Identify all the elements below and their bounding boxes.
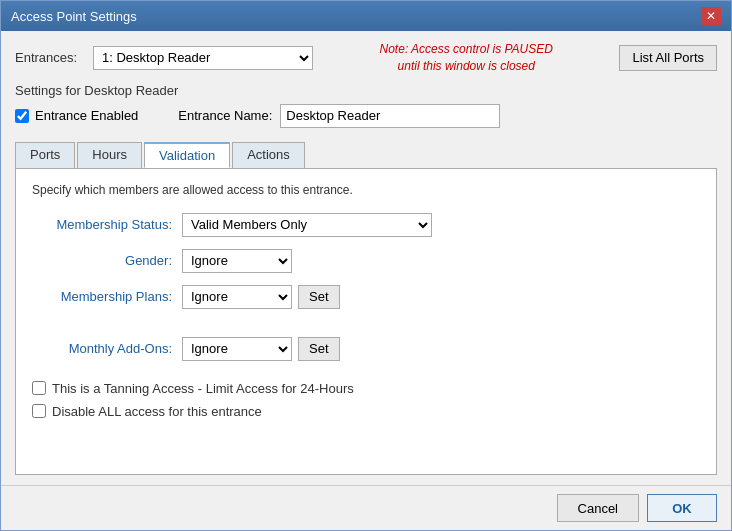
membership-plans-row: Membership Plans: Ignore Set (32, 285, 700, 309)
monthly-addons-label: Monthly Add-Ons: (32, 341, 172, 356)
list-all-ports-button[interactable]: List All Ports (619, 45, 717, 71)
gender-row: Gender: Ignore (32, 249, 700, 273)
entrance-enabled-label: Entrance Enabled (35, 108, 138, 123)
main-content: Entrances: 1: Desktop Reader Note: Acces… (1, 31, 731, 485)
note-line1: Note: Access control is PAUSED (380, 42, 553, 56)
tab-validation[interactable]: Validation (144, 142, 230, 168)
validation-form: Membership Status: Valid Members Only Ge… (32, 213, 700, 361)
tab-actions[interactable]: Actions (232, 142, 305, 168)
membership-status-select[interactable]: Valid Members Only (182, 213, 432, 237)
cancel-button[interactable]: Cancel (557, 494, 639, 522)
entrance-name-input[interactable] (280, 104, 500, 128)
ok-button[interactable]: OK (647, 494, 717, 522)
main-window: Access Point Settings ✕ Entrances: 1: De… (0, 0, 732, 531)
disable-access-checkbox[interactable] (32, 404, 46, 418)
gender-select[interactable]: Ignore (182, 249, 292, 273)
close-button[interactable]: ✕ (701, 7, 721, 25)
disable-label: Disable ALL access for this entrance (52, 404, 262, 419)
tanning-access-checkbox[interactable] (32, 381, 46, 395)
note-line2: until this window is closed (398, 59, 535, 73)
tabs-bar: Ports Hours Validation Actions (15, 142, 717, 168)
membership-status-label: Membership Status: (32, 217, 172, 232)
disable-access-checkbox-row: Disable ALL access for this entrance (32, 404, 700, 419)
entrance-enabled-checkbox-row: Entrance Enabled (15, 108, 138, 123)
tanning-checkbox-row: This is a Tanning Access - Limit Access … (32, 381, 700, 396)
monthly-addons-select[interactable]: Ignore (182, 337, 292, 361)
gender-label: Gender: (32, 253, 172, 268)
spacer (32, 321, 700, 325)
entrance-name-label: Entrance Name: (178, 108, 272, 123)
monthly-addons-set-button[interactable]: Set (298, 337, 340, 361)
membership-plans-set-button[interactable]: Set (298, 285, 340, 309)
entrance-enabled-checkbox[interactable] (15, 109, 29, 123)
tab-ports[interactable]: Ports (15, 142, 75, 168)
settings-for-label: Settings for Desktop Reader (15, 83, 717, 98)
window-title: Access Point Settings (11, 9, 137, 24)
title-bar: Access Point Settings ✕ (1, 1, 731, 31)
tanning-label: This is a Tanning Access - Limit Access … (52, 381, 354, 396)
entrance-settings-row: Entrance Enabled Entrance Name: (15, 104, 717, 128)
membership-plans-select[interactable]: Ignore (182, 285, 292, 309)
tab-hours[interactable]: Hours (77, 142, 142, 168)
validation-description: Specify which members are allowed access… (32, 183, 700, 197)
entrance-select[interactable]: 1: Desktop Reader (93, 46, 313, 70)
monthly-addons-row: Monthly Add-Ons: Ignore Set (32, 337, 700, 361)
checkbox-section: This is a Tanning Access - Limit Access … (32, 381, 700, 419)
entrances-label: Entrances: (15, 50, 85, 65)
paused-note: Note: Access control is PAUSED until thi… (313, 41, 619, 75)
tab-content-validation: Specify which members are allowed access… (15, 168, 717, 475)
membership-status-row: Membership Status: Valid Members Only (32, 213, 700, 237)
entrances-row: Entrances: 1: Desktop Reader Note: Acces… (15, 41, 717, 75)
membership-plans-label: Membership Plans: (32, 289, 172, 304)
bottom-bar: Cancel OK (1, 485, 731, 530)
